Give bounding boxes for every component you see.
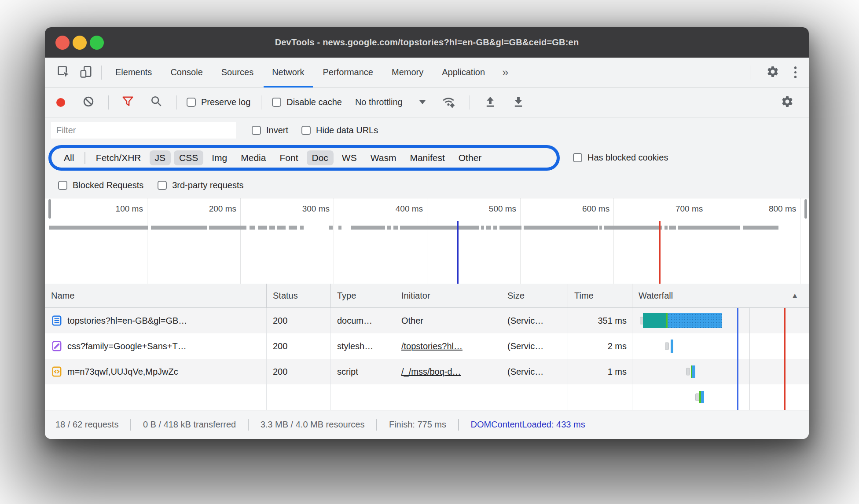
overview-activity-segment — [604, 226, 662, 230]
type-filter-wasm[interactable]: Wasm — [365, 150, 402, 165]
close-window-button[interactable] — [55, 36, 70, 50]
throttling-select[interactable]: No throttling — [355, 97, 403, 107]
type-filter-all[interactable]: All — [59, 150, 79, 165]
type-filter-media[interactable]: Media — [235, 150, 271, 165]
type-filter-css[interactable]: CSS — [174, 150, 203, 165]
overview-activity-segment — [669, 226, 676, 230]
overview-activity-segment — [49, 226, 148, 230]
waterfall-gridline — [749, 308, 750, 410]
type-filter-manifest[interactable]: Manifest — [404, 150, 450, 165]
overview-activity-segment — [400, 226, 479, 230]
cell-name — [45, 384, 267, 410]
tab-sources[interactable]: Sources — [212, 58, 263, 87]
overview-tick-label: 300 ms — [302, 204, 330, 214]
cell-initiator-value[interactable]: /topstories?hl… — [401, 341, 463, 351]
tab-network[interactable]: Network — [263, 58, 313, 87]
filter-toggle-button[interactable] — [117, 96, 138, 109]
requests-table-body: topstories?hl=en-GB&gl=GB…200docum…Other… — [45, 308, 809, 410]
sort-ascending-icon[interactable]: ▲ — [791, 292, 798, 299]
cell-size: (Servic… — [501, 308, 568, 333]
overview-activity-segment — [300, 226, 304, 230]
preserve-log-label: Preserve log — [201, 97, 250, 107]
cell-size: (Servic… — [501, 359, 568, 384]
device-toolbar-button[interactable] — [75, 58, 97, 87]
type-filter-img[interactable]: Img — [206, 150, 232, 165]
toolbar-divider — [176, 95, 177, 110]
type-filter-doc[interactable]: Doc — [307, 150, 334, 165]
type-filter-fetch-xhr[interactable]: Fetch/XHR — [91, 150, 147, 165]
table-row[interactable] — [45, 384, 809, 410]
toolbar-divider — [261, 95, 261, 110]
overview-gridline — [707, 198, 707, 284]
chevron-down-icon[interactable] — [419, 100, 426, 104]
disable-cache-label: Disable cache — [286, 97, 342, 107]
network-conditions-button[interactable] — [437, 95, 460, 110]
table-row[interactable]: topstories?hl=en-GB&gl=GB…200docum…Other… — [45, 308, 809, 333]
network-settings-button[interactable] — [776, 95, 798, 110]
tab-performance[interactable]: Performance — [314, 58, 383, 87]
table-row[interactable]: css?family=Google+Sans+T…200stylesh…/top… — [45, 333, 809, 359]
table-row[interactable]: m=n73qwf,UUJqVe,MpJwZc200script/_/mss/bo… — [45, 359, 809, 384]
type-filter-ws[interactable]: WS — [337, 150, 362, 165]
cell-type-value: docum… — [337, 316, 372, 326]
inspect-element-button[interactable] — [52, 58, 75, 87]
overview-activity-segment — [493, 226, 497, 230]
tab-console[interactable]: Console — [161, 58, 212, 87]
network-overview[interactable]: 100 ms200 ms300 ms400 ms500 ms600 ms700 … — [45, 198, 809, 284]
clear-network-log-button[interactable] — [78, 96, 99, 109]
blocked-requests-checkbox[interactable] — [58, 181, 67, 190]
hide-data-urls-label: Hide data URLs — [316, 125, 378, 135]
cell-time: 2 ms — [568, 333, 632, 359]
request-filter-row: Blocked Requests 3rd-party requests — [45, 172, 809, 198]
preserve-log-group: Preserve log — [187, 97, 250, 107]
filter-input[interactable] — [51, 122, 236, 139]
column-header-waterfall[interactable]: Waterfall▲ — [632, 284, 809, 307]
cell-status-value: 200 — [273, 316, 287, 326]
minimize-window-button[interactable] — [73, 36, 87, 50]
download-icon — [512, 95, 525, 110]
tab-application[interactable]: Application — [433, 58, 494, 87]
column-header-time[interactable]: Time — [568, 284, 632, 307]
hide-data-urls-checkbox[interactable] — [301, 126, 311, 135]
search-button[interactable] — [146, 95, 167, 109]
column-header-initiator[interactable]: Initiator — [395, 284, 501, 307]
column-header-status[interactable]: Status — [267, 284, 331, 307]
inspect-icon — [56, 65, 70, 80]
has-blocked-cookies-label: Has blocked cookies — [587, 153, 668, 163]
type-filter-js[interactable]: JS — [150, 150, 171, 165]
disable-cache-group: Disable cache — [272, 97, 342, 107]
tab-memory[interactable]: Memory — [382, 58, 433, 87]
overview-activity-segment — [151, 226, 207, 230]
export-har-button[interactable] — [508, 95, 529, 110]
column-header-type[interactable]: Type — [331, 284, 395, 307]
cell-initiator-value[interactable]: /_/mss/boq-d… — [401, 367, 461, 377]
type-filter-other[interactable]: Other — [453, 150, 487, 165]
record-network-log-button[interactable] — [56, 98, 65, 107]
column-header-size[interactable]: Size — [501, 284, 568, 307]
tab-elements[interactable]: Elements — [106, 58, 161, 87]
column-header-name[interactable]: Name — [45, 284, 267, 307]
overview-scrollbar-thumb[interactable] — [48, 199, 51, 219]
script-icon — [51, 366, 62, 377]
devtools-window: DevTools - news.google.com/topstories?hl… — [45, 27, 809, 439]
invert-checkbox[interactable] — [252, 126, 261, 135]
settings-button[interactable] — [762, 65, 784, 80]
column-header-label: Size — [507, 291, 525, 301]
upload-icon — [484, 95, 496, 110]
request-name: css?family=Google+Sans+T… — [67, 341, 187, 351]
more-options-button[interactable] — [791, 65, 800, 80]
import-har-button[interactable] — [480, 95, 501, 110]
type-filter-font[interactable]: Font — [274, 150, 303, 165]
zoom-window-button[interactable] — [90, 36, 104, 50]
has-blocked-cookies-checkbox[interactable] — [573, 153, 582, 162]
cell-size — [501, 384, 568, 410]
third-party-requests-checkbox[interactable] — [158, 181, 167, 190]
more-tabs-button[interactable]: » — [494, 58, 516, 87]
preserve-log-checkbox[interactable] — [187, 98, 196, 107]
has-blocked-cookies-group: Has blocked cookies — [573, 153, 668, 163]
cell-time-value: 351 ms — [598, 316, 627, 326]
type-filter-divider — [84, 152, 85, 164]
disable-cache-checkbox[interactable] — [272, 98, 281, 107]
overview-scrollbar-thumb[interactable] — [804, 199, 807, 219]
cell-size-value: (Servic… — [507, 341, 543, 351]
